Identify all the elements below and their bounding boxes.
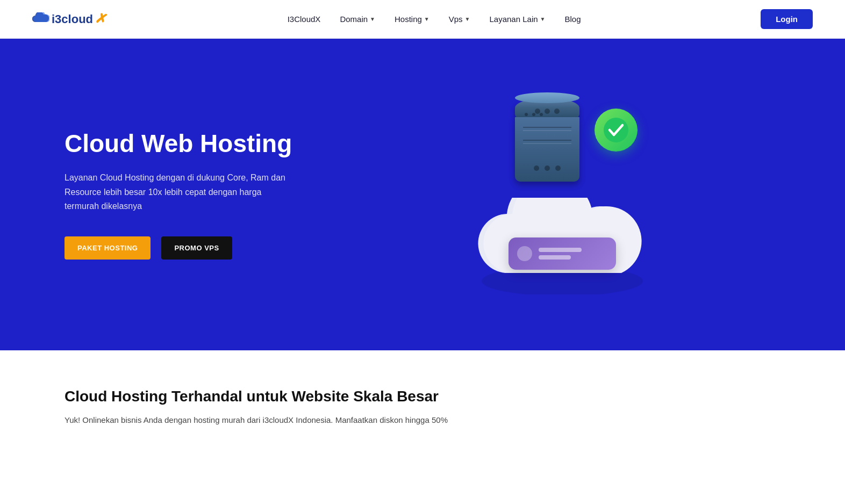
logo-x-icon: ✗ [94,10,109,29]
db-dot [545,109,550,114]
db-rings [515,127,579,144]
hero-illustration [344,92,780,297]
illustration-container [466,92,659,297]
nav-item-hosting[interactable]: Hosting ▼ [387,10,437,28]
navbar: i3cloud ✗ I3CloudX Domain ▼ Hosting ▼ Vp… [0,0,845,39]
nav-item-i3cloudx[interactable]: I3CloudX [280,10,328,28]
nav-item-vps[interactable]: Vps ▼ [441,10,478,28]
chevron-down-icon: ▼ [370,16,375,22]
db-ring [523,127,571,131]
hero-content: Cloud Web Hosting Layanan Cloud Hosting … [65,129,344,259]
hero-description: Layanan Cloud Hosting dengan di dukung C… [65,171,290,213]
db-cylinder-top [515,98,579,118]
cloud-icon [32,11,49,28]
db-dot [545,165,550,171]
hero-title: Cloud Web Hosting [65,129,344,158]
database-stack [510,98,585,182]
paket-hosting-button[interactable]: PAKET HOSTING [65,236,151,260]
db-dot [534,165,539,171]
nav-item-domain[interactable]: Domain ▼ [332,10,383,28]
chevron-down-icon: ▼ [465,16,470,22]
section-title: Cloud Hosting Terhandal untuk Website Sk… [65,388,780,405]
db-ring [523,140,571,144]
hero-section: Cloud Web Hosting Layanan Cloud Hosting … [0,39,845,350]
db-dot [555,165,561,171]
nav-item-layanan-lain[interactable]: Layanan Lain ▼ [482,10,553,28]
svg-point-0 [604,118,628,142]
db-dot [535,109,540,114]
section-below-hero: Cloud Hosting Terhandal untuk Website Sk… [0,350,845,448]
db-dot [554,109,560,114]
server-card [509,237,616,270]
server-line [539,255,571,260]
nav-menu: I3CloudX Domain ▼ Hosting ▼ Vps ▼ Layana… [280,10,589,28]
check-badge [595,109,638,152]
login-button[interactable]: Login [761,9,813,29]
logo[interactable]: i3cloud ✗ [32,11,108,28]
section-description: Yuk! Onlinekan bisnis Anda dengan hostin… [65,414,780,427]
hero-buttons: PAKET HOSTING PROMO VPS [65,236,344,260]
chevron-down-icon: ▼ [540,16,546,22]
server-button-circle [517,246,532,261]
server-line [539,248,582,252]
promo-vps-button[interactable]: PROMO VPS [161,236,232,260]
nav-item-blog[interactable]: Blog [557,10,589,28]
chevron-down-icon: ▼ [424,16,429,22]
navbar-right: Login [761,9,813,29]
logo-text: i3cloud [52,12,93,26]
db-body [515,117,579,182]
server-lines [539,248,582,260]
